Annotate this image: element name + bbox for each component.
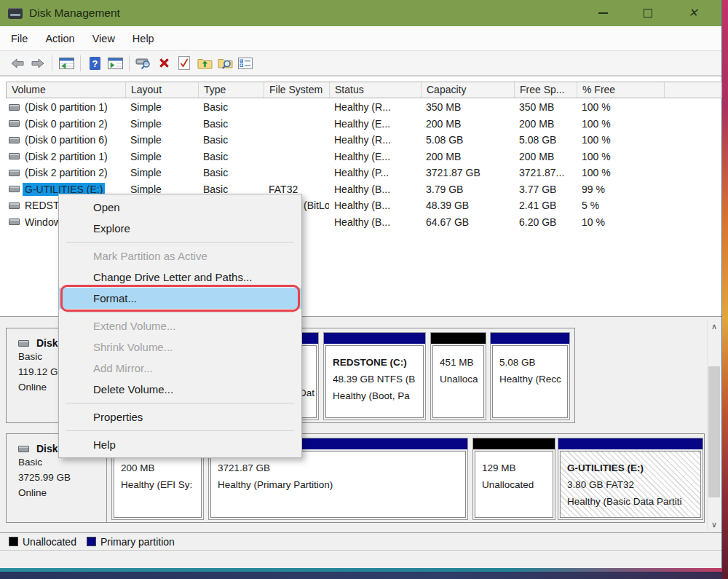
menu-separator — [66, 242, 294, 243]
volume-row[interactable]: (Disk 2 partition 2)SimpleBasicHealthy (… — [6, 165, 664, 181]
context-menu-item-help[interactable]: Help — [59, 434, 301, 455]
column-header-capacity[interactable]: Capacity — [422, 82, 515, 98]
column-header-file-system[interactable]: File System — [264, 82, 330, 98]
cell-free-sp-: 2.41 GB — [514, 197, 577, 214]
menu-item-label: Mark Partition as Active — [93, 250, 207, 262]
maximize-button[interactable] — [636, 0, 660, 26]
cell-status: Healthy (R... — [329, 132, 421, 149]
column-header-volume[interactable]: Volume — [7, 82, 126, 98]
folder-up-icon[interactable] — [194, 54, 215, 73]
cell-free-sp-: 350 MB — [514, 99, 577, 116]
disk-name: Disk — [36, 337, 58, 349]
partition-text: Unalloca — [440, 371, 483, 387]
cell-layout: Simple — [125, 165, 198, 181]
volume-row[interactable]: (Disk 0 partition 2)SimpleBasicHealthy (… — [6, 116, 664, 133]
context-menu-item-explore[interactable]: Explore — [59, 218, 301, 239]
column-header-free-sp-[interactable]: Free Sp... — [515, 82, 577, 98]
partition-box[interactable]: 129 MBUnallocated — [472, 438, 555, 520]
help-icon[interactable]: ? — [84, 54, 105, 73]
menu-help[interactable]: Help — [132, 33, 154, 44]
menu-separator — [66, 403, 294, 403]
show-action-pane-icon[interactable] — [105, 54, 125, 73]
cell--free: 100 % — [577, 165, 664, 181]
context-menu-item-properties[interactable]: Properties — [59, 406, 301, 428]
partition-text: 129 MB — [482, 460, 553, 476]
partition-body: G-UTILITIES (E:)3.80 GB FAT32Healthy (Ba… — [560, 451, 701, 518]
back-icon[interactable] — [7, 54, 28, 73]
volume-drive-icon — [9, 202, 20, 209]
folder-search-icon[interactable] — [215, 54, 235, 73]
menu-file[interactable]: File — [11, 33, 28, 44]
cell-volume: (Disk 2 partition 2) — [6, 165, 125, 181]
cell-type: Basic — [198, 132, 264, 149]
primary-partition-bar — [324, 333, 425, 344]
cell-volume: (Disk 2 partition 1) — [6, 149, 125, 165]
volume-label: (Disk 0 partition 6) — [23, 133, 110, 146]
menu-action[interactable]: Action — [45, 33, 74, 44]
menu-item-label: Extend Volume... — [93, 320, 175, 332]
volume-drive-icon — [9, 120, 20, 127]
cell--free: 100 % — [577, 149, 664, 165]
volume-row[interactable]: (Disk 0 partition 6)SimpleBasicHealthy (… — [6, 132, 664, 149]
cell-file-system — [264, 116, 329, 133]
column-header-layout[interactable]: Layout — [126, 82, 199, 98]
volume-row[interactable]: (Disk 0 partition 1)SimpleBasicHealthy (… — [6, 99, 664, 116]
volume-label: (Disk 2 partition 2) — [23, 166, 110, 179]
show-console-tree-icon[interactable] — [56, 54, 76, 73]
check-document-icon[interactable] — [174, 54, 194, 73]
context-menu-item-delete-volume[interactable]: Delete Volume... — [59, 379, 301, 400]
column-header--free[interactable]: % Free — [577, 82, 665, 98]
taskbar-strip — [0, 572, 728, 579]
toolbar-separator — [129, 55, 130, 71]
vertical-scrollbar[interactable]: ∧ ∨ — [707, 320, 720, 531]
legend-label: Primary partition — [100, 536, 175, 548]
scrollbar-thumb[interactable] — [708, 366, 720, 497]
cell-type: Basic — [198, 165, 264, 181]
cell-volume: (Disk 0 partition 6) — [6, 132, 125, 149]
scroll-down-icon[interactable]: ∨ — [708, 518, 721, 531]
context-menu-item-add-mirror: Add Mirror... — [59, 358, 301, 379]
volume-table-header: VolumeLayoutTypeFile SystemStatusCapacit… — [6, 82, 722, 98]
volume-row[interactable]: (Disk 2 partition 1)SimpleBasicHealthy (… — [6, 149, 664, 165]
cell-capacity: 200 MB — [421, 116, 514, 133]
partition-text: 48.39 GB NTFS (B — [333, 371, 423, 387]
close-button[interactable]: ✕ — [681, 0, 705, 26]
menu-item-label: Add Mirror... — [93, 362, 153, 374]
legend-item: Primary partition — [87, 536, 175, 548]
menu-view[interactable]: View — [92, 33, 115, 44]
volume-drive-icon — [9, 137, 20, 143]
cell--free: 10 % — [577, 214, 664, 231]
cell-file-system — [264, 149, 329, 165]
cell-status: Healthy (B... — [329, 197, 421, 214]
delete-volume-icon[interactable] — [154, 54, 174, 73]
legend-bar: UnallocatedPrimary partition — [0, 532, 721, 551]
partition-body: 3721.87 GBHealthy (Primary Partition) — [210, 451, 466, 518]
disk-icon — [18, 340, 29, 347]
menu-item-label: Change Drive Letter and Paths... — [93, 271, 252, 283]
rescan-disks-icon[interactable] — [133, 54, 154, 73]
legend-swatch — [87, 537, 96, 546]
context-menu-item-extend-volume: Extend Volume... — [59, 315, 301, 336]
context-menu-item-format[interactable]: Format... — [59, 288, 301, 309]
partition-box[interactable]: 451 MBUnalloca — [430, 332, 486, 420]
cell-file-system — [264, 132, 329, 149]
partition-box[interactable]: G-UTILITIES (E:)3.80 GB FAT32Healthy (Ba… — [558, 438, 703, 520]
partition-text: Healthy (Primary Partition) — [218, 476, 465, 493]
partition-box[interactable]: REDSTONE (C:)48.39 GB NTFS (BHealthy (Bo… — [323, 332, 426, 420]
partition-text: Healthy (Recc — [499, 371, 567, 387]
forward-icon[interactable] — [28, 54, 48, 73]
cell-free-sp-: 3.77 GB — [514, 181, 577, 198]
partition-box[interactable]: 5.08 GBHealthy (Recc — [490, 332, 570, 420]
scroll-up-icon[interactable]: ∧ — [708, 320, 721, 333]
context-menu-item-open[interactable]: Open — [59, 197, 301, 218]
cell-type: Basic — [198, 116, 264, 133]
column-header-status[interactable]: Status — [330, 82, 422, 98]
properties-list-icon[interactable] — [235, 54, 256, 73]
context-menu-item-mark-partition-as-active: Mark Partition as Active — [59, 245, 301, 267]
context-menu-item-change-drive-letter-and-paths[interactable]: Change Drive Letter and Paths... — [59, 267, 301, 288]
minimize-button[interactable] — [590, 0, 615, 26]
partition-text: G-UTILITIES (E:) — [567, 460, 700, 476]
column-header-type[interactable]: Type — [199, 82, 264, 98]
cell-status: Healthy (P... — [329, 165, 421, 181]
legend-label: Unallocated — [23, 536, 76, 548]
